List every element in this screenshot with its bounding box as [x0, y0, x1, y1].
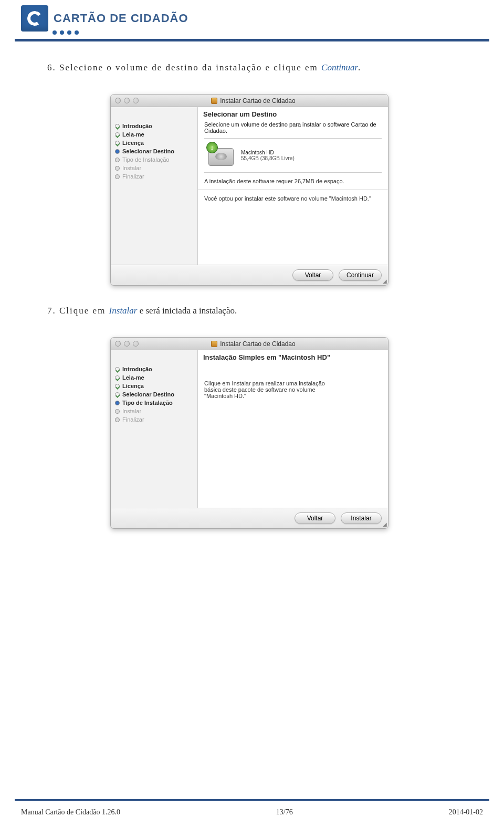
continue-link-text: Continuar: [321, 62, 358, 72]
titlebar: Instalar Cartao de Cidadao: [111, 95, 388, 107]
install-link-text: Instalar: [109, 306, 138, 316]
installer-content-pane: Instalação Simples em "Macintosh HD" Cli…: [197, 350, 388, 508]
logo-dots: [52, 30, 483, 35]
package-icon: [211, 341, 217, 347]
svg-marker-10: [133, 490, 139, 496]
footer-date: 2014-01-02: [449, 808, 483, 816]
sidebar-install: Instalar: [122, 165, 141, 171]
close-icon[interactable]: [115, 341, 121, 347]
sidebar-intro: Introdução: [122, 366, 152, 372]
sidebar-select-dest: Selecionar Destino: [122, 148, 174, 154]
package-icon: [211, 98, 217, 104]
volume-size: 55,4GB (38,8GB Livre): [241, 155, 295, 161]
svg-marker-3: [133, 247, 139, 253]
brand-name: CARTÃO DE CIDADÃO: [54, 12, 188, 25]
footer-doc-title: Manual Cartão de Cidadão 1.26.0: [21, 808, 120, 816]
svg-marker-9: [131, 482, 143, 497]
back-button[interactable]: Voltar: [295, 512, 335, 524]
installer-sidebar: Introdução Leia-me Licença Selecionar De…: [111, 107, 197, 265]
page-header: CARTÃO DE CIDADÃO: [0, 0, 504, 35]
sidebar-select-dest: Selecionar Destino: [122, 391, 174, 397]
install-instruction: Clique em Instalar para realizar uma ins…: [204, 380, 341, 399]
sidebar-license: Licença: [122, 383, 144, 389]
window-title: Instalar Cartao de Cidadao: [220, 340, 295, 348]
step-7: 7. Clique em Instalar e será iniciada a …: [47, 306, 457, 316]
close-icon[interactable]: [115, 98, 121, 103]
sidebar-readme: Leia-me: [122, 131, 144, 138]
svg-rect-12: [141, 438, 186, 490]
sidebar-install-type: Tipo de Instalação: [122, 156, 169, 163]
installer-content-pane: Selecionar um Destino Selecione um volum…: [197, 107, 388, 265]
logo-mark: [21, 5, 48, 32]
footer-rule: [15, 799, 489, 801]
pane-subtitle: Selecione um volume de destino para inst…: [198, 121, 388, 138]
hard-drive-icon: ↓: [206, 143, 236, 168]
sidebar-finish: Finalizar: [122, 416, 144, 423]
back-button[interactable]: Voltar: [292, 269, 333, 281]
sidebar-readme: Leia-me: [122, 374, 144, 381]
sidebar-license: Licença: [122, 140, 144, 146]
sidebar-finish: Finalizar: [122, 173, 144, 180]
volume-name: Macintosh HD: [241, 150, 295, 155]
installer-window-install-type: Instalar Cartao de Cidadao: [110, 337, 388, 529]
footer-page-number: 13/76: [276, 808, 293, 816]
svg-rect-5: [141, 195, 186, 247]
chosen-volume-text: Você optou por instalar este software no…: [198, 190, 388, 265]
window-title: Instalar Cartao de Cidadao: [220, 97, 295, 104]
svg-point-13: [131, 427, 152, 447]
resize-grip-icon[interactable]: ◢: [383, 521, 387, 527]
step-6: 6. Selecione o volume de destino da inst…: [47, 62, 457, 73]
page-footer: Manual Cartão de Cidadão 1.26.0 13/76 20…: [21, 808, 483, 816]
pane-heading: Selecionar um Destino: [198, 107, 388, 121]
titlebar: Instalar Cartao de Cidadao: [111, 338, 388, 350]
installer-window-select-destination: Instalar Cartao de Cidadao: [110, 94, 388, 286]
space-required: A instalação deste software requer 26,7M…: [198, 173, 388, 190]
install-button[interactable]: Instalar: [341, 512, 382, 524]
sidebar-install-type: Tipo de Instalação: [122, 400, 173, 406]
resize-grip-icon[interactable]: ◢: [383, 278, 387, 284]
continue-button[interactable]: Continuar: [339, 269, 382, 281]
pane-heading: Instalação Simples em "Macintosh HD": [198, 350, 388, 364]
volume-row[interactable]: ↓ Macintosh HD 55,4GB (38,8GB Livre): [204, 138, 382, 173]
svg-point-6: [131, 184, 152, 204]
sidebar-install: Instalar: [122, 408, 141, 414]
installer-sidebar: Introdução Leia-me Licença Selecionar De…: [111, 350, 197, 508]
svg-marker-2: [131, 239, 143, 254]
sidebar-intro: Introdução: [122, 123, 152, 129]
